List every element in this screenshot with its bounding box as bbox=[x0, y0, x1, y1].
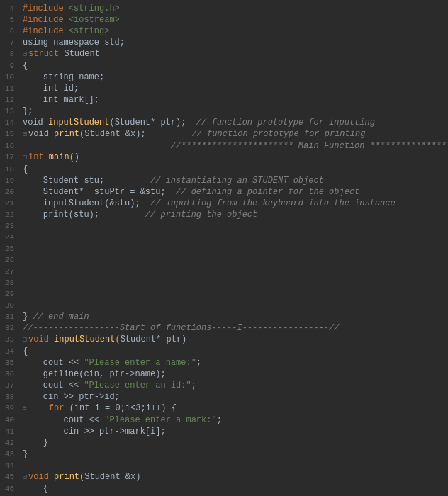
line-number: 19 bbox=[0, 175, 20, 186]
line-content bbox=[20, 243, 448, 254]
plain-token: int mark[]; bbox=[23, 95, 99, 105]
plain-token: { bbox=[23, 164, 28, 174]
code-line: 13}; bbox=[0, 106, 448, 117]
str-token: <iostream> bbox=[69, 15, 120, 25]
comment-token: // printing the object bbox=[145, 210, 257, 220]
code-line: 42 } bbox=[0, 437, 448, 449]
line-content: { bbox=[20, 164, 448, 175]
plain-token: string name; bbox=[23, 72, 104, 82]
line-content: ⊟void inputStudent(Student* ptr) bbox=[20, 334, 448, 346]
line-content: { bbox=[20, 483, 448, 495]
line-number: 37 bbox=[0, 380, 20, 391]
code-line: 30 bbox=[0, 300, 448, 311]
line-number: 31 bbox=[0, 311, 20, 322]
fold-token: ⊟ bbox=[23, 50, 27, 58]
line-content bbox=[20, 277, 448, 288]
code-line: 38 cin >> ptr->id; bbox=[0, 391, 448, 402]
line-content: cout << "Please enter a name:"; bbox=[20, 357, 448, 368]
plain-token: (Student* ptr); bbox=[109, 118, 196, 128]
line-content: #include <iostream> bbox=[20, 14, 448, 26]
line-number: 5 bbox=[0, 14, 20, 26]
line-number: 26 bbox=[0, 254, 20, 266]
plain-token: { bbox=[23, 484, 48, 494]
line-number: 21 bbox=[0, 198, 20, 209]
line-number: 41 bbox=[0, 426, 20, 437]
line-number: 6 bbox=[0, 26, 20, 37]
code-line: 9{ bbox=[0, 60, 448, 72]
kw-token: void bbox=[28, 334, 54, 344]
line-number: 35 bbox=[0, 357, 20, 368]
line-content: }; bbox=[20, 106, 448, 117]
line-number: 33 bbox=[0, 334, 20, 346]
plain-token: (Student &x); bbox=[79, 129, 191, 139]
str-token: <string.h> bbox=[69, 4, 120, 13]
line-number: 27 bbox=[0, 266, 20, 277]
line-content: { bbox=[20, 60, 448, 72]
line-number: 42 bbox=[0, 437, 20, 449]
plain-token: (Student &x) bbox=[79, 472, 140, 482]
code-line: 24 bbox=[0, 232, 448, 243]
line-content: getline(cin, ptr->name); bbox=[20, 368, 448, 380]
line-number: 10 bbox=[0, 72, 20, 83]
kw-token: #include bbox=[23, 4, 69, 13]
line-content: cin >> ptr->mark[i]; bbox=[20, 426, 448, 437]
line-content: using namespace std; bbox=[20, 37, 448, 48]
code-line: 26 bbox=[0, 254, 448, 266]
plain-token bbox=[23, 141, 171, 151]
plain-token: }; bbox=[23, 106, 33, 116]
line-content: int mark[]; bbox=[20, 94, 448, 106]
code-line: 12 int mark[]; bbox=[0, 94, 448, 106]
line-content: print(stu); // printing the object bbox=[20, 209, 448, 220]
kw-token: for bbox=[49, 403, 65, 413]
code-line: 14void inputStudent(Student* ptr); // fu… bbox=[0, 117, 448, 128]
code-line: 8⊟struct Student bbox=[0, 48, 448, 60]
line-number: 9 bbox=[0, 60, 20, 72]
line-content: cout << "Please enter an id:"; bbox=[20, 380, 448, 391]
plain-token: } bbox=[23, 312, 33, 322]
line-number: 7 bbox=[0, 37, 20, 48]
comment-token: // function prototype for inputting bbox=[196, 118, 375, 128]
code-line: 36 getline(cin, ptr->name); bbox=[0, 368, 448, 380]
plain-token: void bbox=[23, 118, 48, 128]
fold-token: ⊟ bbox=[23, 154, 27, 162]
line-content: //********************** Main Function *… bbox=[20, 140, 448, 152]
fold-token: ⊟ bbox=[23, 473, 27, 481]
plain-token: int id; bbox=[23, 84, 79, 94]
line-content: cout << "Please enter a mark:"; bbox=[20, 415, 448, 426]
plain-token: (Student* ptr) bbox=[115, 334, 186, 344]
code-line: 44 bbox=[0, 460, 448, 471]
line-number: 12 bbox=[0, 94, 20, 106]
line-number: 15 bbox=[0, 128, 20, 140]
code-line: 21 inputStudent(&stu); // inputting from… bbox=[0, 198, 448, 209]
code-line: 17⊟int main() bbox=[0, 152, 448, 164]
code-line: 29 bbox=[0, 288, 448, 300]
plain-token: ; bbox=[191, 381, 196, 390]
str-token: "Please enter a mark:" bbox=[104, 415, 216, 425]
line-content: ⊟int main() bbox=[20, 152, 448, 164]
kw-token: int bbox=[28, 152, 49, 162]
code-line: 20 Student* stuPtr = &stu; // defining a… bbox=[0, 186, 448, 198]
str-token: "Please enter a name:" bbox=[84, 358, 196, 368]
plain-token: ; bbox=[196, 358, 201, 368]
line-content: void inputStudent(Student* ptr); // func… bbox=[20, 117, 448, 128]
line-number: 23 bbox=[0, 220, 20, 232]
plain-token: Student* stuPtr = &stu; bbox=[23, 187, 176, 197]
line-content: } // end main bbox=[20, 311, 448, 322]
line-content: //-----------------Start of functions---… bbox=[20, 322, 448, 334]
line-content: ⊟struct Student bbox=[20, 48, 448, 60]
fn-token: inputStudent bbox=[48, 118, 109, 128]
plain-token: print(stu); bbox=[23, 210, 145, 220]
line-content: string name; bbox=[20, 72, 448, 83]
line-content: ⊟void print(Student &x) bbox=[20, 471, 448, 483]
code-line: 18{ bbox=[0, 164, 448, 175]
code-line: 27 bbox=[0, 266, 448, 277]
line-number: 25 bbox=[0, 243, 20, 254]
code-line: 37 cout << "Please enter an id:"; bbox=[0, 380, 448, 391]
plain-token: cout << bbox=[23, 381, 84, 390]
plain-token: { bbox=[23, 61, 28, 71]
line-content: Student* stuPtr = &stu; // defining a po… bbox=[20, 186, 448, 198]
line-number: 28 bbox=[0, 277, 20, 288]
plain-token: Student stu; bbox=[23, 176, 150, 186]
line-number: 38 bbox=[0, 391, 20, 402]
code-line: 32//-----------------Start of functions-… bbox=[0, 322, 448, 334]
